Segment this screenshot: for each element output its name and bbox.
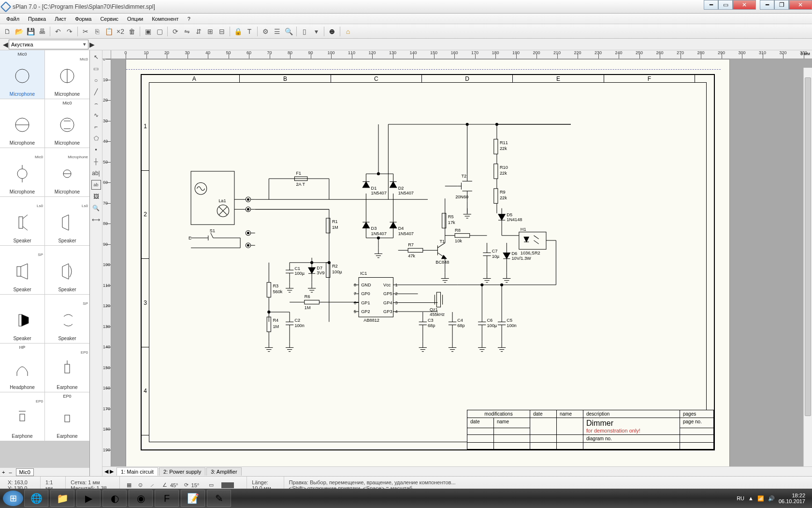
paste-icon[interactable]: 📋 [103, 26, 114, 37]
polygon-tool-icon[interactable]: ⬠ [91, 134, 101, 143]
arc-tool-icon[interactable]: ⌢ [91, 99, 101, 108]
library-item[interactable]: EP0Earphone [0, 392, 44, 441]
tray-vol-icon[interactable]: 🔊 [768, 495, 775, 502]
library-item[interactable]: EP0Earphone [45, 344, 89, 392]
library-item[interactable]: Mic0Microphone [45, 99, 89, 148]
menu-form[interactable]: Форма [71, 15, 96, 23]
menu-sheet[interactable]: Лист [50, 15, 71, 23]
library-item[interactable]: Speaker [0, 295, 44, 343]
open-icon[interactable]: 📂 [14, 26, 24, 37]
minimize-button[interactable]: ━ [704, 0, 718, 10]
find-icon[interactable]: 🔍 [283, 26, 294, 37]
start-button[interactable]: ⊞ [3, 491, 23, 506]
library-item[interactable]: Mic0Microphone [45, 50, 89, 99]
category-prev[interactable]: ◀ [2, 40, 9, 49]
undo-icon[interactable]: ↶ [53, 26, 63, 37]
library-item[interactable]: MicrophoneMicrophone [45, 148, 89, 196]
rubber-icon[interactable]: ▭ [207, 481, 216, 490]
new-icon[interactable]: 🗋 [2, 26, 13, 37]
task-app3-icon[interactable]: 📝 [181, 490, 205, 507]
menu-component[interactable]: Компонент [147, 15, 183, 23]
snap-line-icon[interactable]: ⟋ [148, 481, 157, 490]
zoom-tool-icon[interactable]: 🔍 [91, 203, 101, 213]
home-icon[interactable]: ⌂ [343, 26, 353, 37]
library-item[interactable]: Speaker [45, 246, 89, 294]
task-splan-icon[interactable]: ✎ [207, 490, 231, 507]
tray-flag-icon[interactable]: ▲ [748, 495, 754, 501]
category-next[interactable]: ▶ [88, 40, 95, 49]
snap-point-icon[interactable]: ⊙ [136, 481, 145, 490]
mdi-minimize-button[interactable]: ━ [760, 0, 774, 10]
task-app1-icon[interactable]: ◉ [129, 490, 153, 507]
library-item[interactable]: EP0Earphone [45, 392, 89, 441]
group-icon[interactable]: ⊞ [205, 26, 216, 37]
front-icon[interactable]: ▣ [143, 26, 153, 37]
select-tool-icon[interactable]: ↖ [91, 52, 101, 62]
text-icon[interactable]: T [244, 26, 255, 37]
task-explorer-icon[interactable]: 📁 [50, 490, 74, 507]
mdi-restore-button[interactable]: ❐ [774, 0, 789, 10]
copy-icon[interactable]: ⎘ [92, 26, 102, 37]
page-tab-2[interactable]: 2: Power supply [159, 467, 205, 476]
mirror-h-icon[interactable]: ⇋ [182, 26, 192, 37]
library-item[interactable]: HPHeadphone [0, 344, 44, 392]
task-player-icon[interactable]: ▶ [76, 490, 101, 507]
label-tool-icon[interactable]: ab [91, 180, 101, 190]
close-button[interactable]: ✕ [733, 0, 756, 10]
viewport[interactable]: ABCDEF 1234 La1S1EF12A TD11N5407D21N5407… [111, 59, 812, 466]
page-tab-1[interactable]: 1: Main circuit [116, 467, 158, 476]
rotate-icon[interactable]: ⟳ [170, 26, 181, 37]
text-tool-icon[interactable]: ab| [91, 168, 101, 178]
redo-icon[interactable]: ↷ [64, 26, 75, 37]
snap-grid-icon[interactable]: ▦ [125, 481, 133, 490]
circle-tool-icon[interactable]: ○ [91, 75, 101, 85]
rect-tool-icon[interactable]: ▭ [91, 64, 101, 74]
dot-tool-icon[interactable]: • [91, 145, 101, 155]
measure-tool-icon[interactable]: ⟷ [91, 215, 101, 224]
lib-add[interactable]: + [2, 469, 5, 475]
task-app2-icon[interactable]: F [155, 490, 179, 507]
print-icon[interactable]: 🖶 [37, 26, 47, 37]
maximize-button[interactable]: ▭ [718, 0, 733, 10]
library-item[interactable]: Mic0Microphone [0, 148, 44, 196]
save-icon[interactable]: 💾 [25, 26, 36, 37]
bezier-tool-icon[interactable]: ∿ [91, 110, 101, 120]
duplicate-icon[interactable]: ×2 [115, 26, 126, 37]
polyline-tool-icon[interactable]: ⌐ [91, 122, 101, 132]
tray-net-icon[interactable]: 📶 [757, 495, 764, 502]
line-tool-icon[interactable]: ╱ [91, 87, 101, 97]
menu-edit[interactable]: Правка [24, 15, 50, 23]
library-item[interactable]: SPSpeaker [45, 295, 89, 343]
dropdown-icon[interactable]: ▾ [311, 26, 321, 37]
menu-file[interactable]: Файл [2, 15, 24, 23]
page-tab-3[interactable]: 3: Amplifier [206, 467, 241, 476]
mirror-v-icon[interactable]: ⇵ [193, 26, 204, 37]
back-icon[interactable]: ▢ [154, 26, 165, 37]
junction-tool-icon[interactable]: ┼ [91, 157, 101, 166]
list-icon[interactable]: ☰ [272, 26, 282, 37]
library-item[interactable]: Mic0Microphone [0, 50, 44, 99]
library-item[interactable]: Ls0Speaker [0, 197, 44, 245]
mdi-close-button[interactable]: ✕ [789, 0, 812, 10]
linewidth-icon[interactable] [221, 482, 234, 488]
menu-help[interactable]: ? [183, 15, 195, 23]
cut-icon[interactable]: ✂ [80, 26, 91, 37]
lock-icon[interactable]: 🔒 [232, 26, 243, 37]
component-icon[interactable]: ⚙ [260, 26, 271, 37]
lib-remove[interactable]: – [9, 469, 12, 475]
ungroup-icon[interactable]: ⊟ [217, 26, 227, 37]
library-item[interactable]: Ls0Speaker [45, 197, 89, 245]
library-item[interactable]: SPSpeaker [0, 246, 44, 294]
tray-lang[interactable]: RU [737, 495, 744, 501]
scrollbar-vertical[interactable] [803, 68, 812, 466]
menu-options[interactable]: Опции [123, 15, 147, 23]
category-select[interactable]: Акустика [9, 40, 88, 49]
task-ie-icon[interactable]: 🌐 [24, 490, 48, 507]
delete-icon[interactable]: 🗑 [127, 26, 137, 37]
task-chrome-icon[interactable]: ◐ [102, 490, 127, 507]
page-icon[interactable]: ▯ [299, 26, 310, 37]
menu-service[interactable]: Сервис [96, 15, 123, 23]
library-item[interactable]: Microphone [0, 99, 44, 148]
image-tool-icon[interactable]: 🖼 [91, 192, 101, 201]
zoom-fit-icon[interactable]: ⊕ [327, 26, 337, 37]
